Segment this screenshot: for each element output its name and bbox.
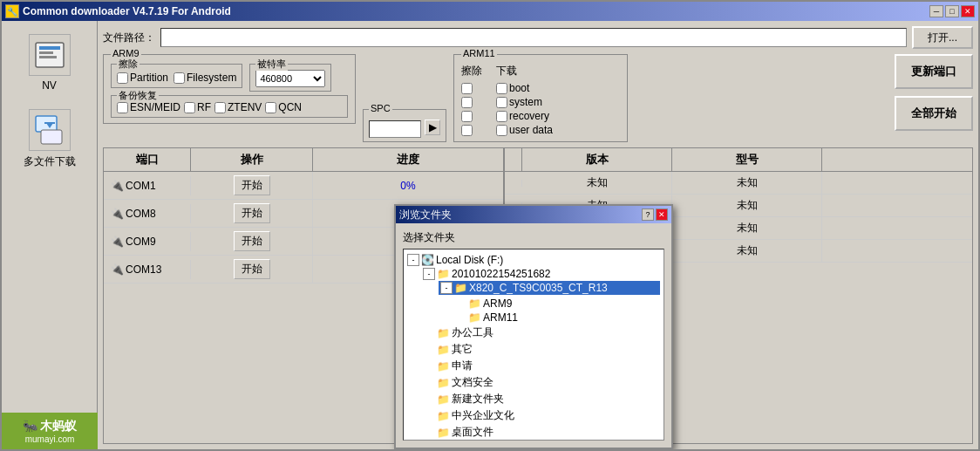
arm11-recovery-erase-cb[interactable] xyxy=(461,111,473,122)
sidebar: NV 多文件下载 xyxy=(2,21,98,449)
com1-start-button[interactable]: 开始 xyxy=(234,175,270,195)
dialog-close-button[interactable]: ✕ xyxy=(656,208,668,221)
window-title: Common downloader V4.7.19 For Android xyxy=(23,5,231,17)
spc-input[interactable] xyxy=(369,120,421,138)
update-port-button[interactable]: 更新端口 xyxy=(895,54,973,89)
tree-node-local-disk: - 💽 Local Disk (F:) xyxy=(407,253,660,267)
td-com1-progress: 0% xyxy=(313,176,503,195)
start-all-button[interactable]: 全部开始 xyxy=(895,96,973,131)
tree-node-arm11: 📁 ARM11 xyxy=(454,311,660,325)
td-r1-version: 未知 xyxy=(522,172,672,194)
table-row: 🔌 COM1 开始 0% xyxy=(104,172,503,200)
arm9-folder[interactable]: 📁 ARM9 xyxy=(468,297,512,310)
ztenv-checkbox-label[interactable]: ZTENV xyxy=(214,101,262,113)
other-folder[interactable]: 📁 其它 xyxy=(437,342,473,357)
expand-x820[interactable]: - xyxy=(440,282,453,294)
qcn-checkbox-label[interactable]: QCN xyxy=(265,101,302,113)
baudrate-select[interactable]: 460800 115200 230400 921600 xyxy=(255,70,325,87)
arm11-system-erase-cb[interactable] xyxy=(461,97,473,108)
partition-checkbox-label[interactable]: Partition xyxy=(117,72,168,84)
dialog-help-button[interactable]: ? xyxy=(642,208,654,221)
svg-rect-1 xyxy=(39,46,60,50)
apply-folder[interactable]: 📁 申请 xyxy=(437,359,473,373)
arm11-system-dl-cb[interactable] xyxy=(496,97,507,108)
local-disk-folder[interactable]: 💽 Local Disk (F:) xyxy=(421,254,503,266)
maximize-button[interactable]: □ xyxy=(945,5,959,17)
arm11-userdata-erase-label[interactable] xyxy=(461,124,479,136)
file-path-row: 文件路径： 打开... xyxy=(103,26,973,49)
docs-folder[interactable]: 📁 文档安全 xyxy=(437,375,493,390)
filesystem-checkbox[interactable] xyxy=(174,72,185,84)
arm11-folder[interactable]: 📁 ARM11 xyxy=(468,311,518,324)
td-com13-port: 🔌 COM13 xyxy=(104,260,191,279)
file-tree[interactable]: - 💽 Local Disk (F:) - 📁 20101022154 xyxy=(403,249,664,441)
date-folder[interactable]: 📁 20101022154251682 xyxy=(437,268,550,280)
com9-start-button[interactable]: 开始 xyxy=(234,231,270,251)
arm11-system-dl-label[interactable]: system xyxy=(496,96,542,108)
baudrate-group: 被特率 460800 115200 230400 921600 xyxy=(249,64,331,92)
arm11-recovery-erase-label[interactable] xyxy=(461,110,479,122)
td-r3c4 xyxy=(822,225,972,232)
arm11-system-erase-label[interactable] xyxy=(461,96,479,108)
th-extra-col1 xyxy=(505,148,522,171)
office-folder[interactable]: 📁 办公工具 xyxy=(437,325,493,340)
arm11-boot-erase-label[interactable] xyxy=(461,82,479,94)
td-r3-model: 未知 xyxy=(672,217,822,239)
qcn-checkbox[interactable] xyxy=(265,102,276,113)
office-folder-label: 办公工具 xyxy=(452,325,493,340)
newdir-folder[interactable]: 📁 新建文件夹 xyxy=(437,392,504,407)
watermark-line2: mumayi.com xyxy=(25,434,75,444)
sidebar-item-nv[interactable]: NV xyxy=(15,30,85,96)
ztenv-checkbox[interactable] xyxy=(214,102,226,113)
arm11-recovery-dl-label[interactable]: recovery xyxy=(496,110,549,122)
com8-start-button[interactable]: 开始 xyxy=(234,203,270,223)
close-button[interactable]: ✕ xyxy=(961,5,975,17)
tree-node-date: - 📁 20101022154251682 xyxy=(423,267,660,281)
td-r1-model: 未知 xyxy=(672,172,822,194)
main-window: 🔧 Common downloader V4.7.19 For Android … xyxy=(0,0,980,451)
title-buttons: ─ □ ✕ xyxy=(929,5,975,17)
com13-start-button[interactable]: 开始 xyxy=(234,259,270,279)
open-button[interactable]: 打开... xyxy=(912,26,973,49)
arm11-folder-label: ARM11 xyxy=(483,311,518,324)
nv-label: NV xyxy=(42,79,57,92)
dialog-label: 选择文件夹 xyxy=(403,230,664,245)
tree-node-selected: - 📁 X820_C_TS9C0035_CT_R13 xyxy=(439,281,660,295)
arm11-userdata-dl-cb[interactable] xyxy=(496,125,507,136)
svg-rect-5 xyxy=(41,130,62,144)
arm11-erase-label: 擦除 xyxy=(461,64,482,79)
rf-checkbox-label[interactable]: RF xyxy=(184,101,211,113)
filesystem-checkbox-label[interactable]: Filesystem xyxy=(174,72,236,84)
dialog-title-bar: 浏览文件夹 ? ✕ xyxy=(396,206,671,223)
sidebar-item-multi-download[interactable]: 多文件下载 xyxy=(15,105,85,174)
minimize-button[interactable]: ─ xyxy=(929,5,943,17)
title-bar: 🔧 Common downloader V4.7.19 For Android … xyxy=(2,2,978,21)
arm11-boot-dl-cb[interactable] xyxy=(496,83,507,94)
rf-checkbox[interactable] xyxy=(184,102,195,113)
arm9-group: ARM9 擦除 Partition xyxy=(103,54,356,124)
tree-children-x820: 📁 ARM9 📁 ARM11 xyxy=(439,297,660,325)
erase-sub-group: 擦除 Partition Filesystem xyxy=(111,64,242,88)
spc-button[interactable]: ▶ xyxy=(425,120,440,135)
arm11-recovery-dl-cb[interactable] xyxy=(496,111,507,122)
esn-checkbox-label[interactable]: ESN/MEID xyxy=(117,101,180,113)
th-version: 版本 xyxy=(522,148,672,171)
partition-checkbox[interactable] xyxy=(117,72,128,84)
arm11-boot-erase-cb[interactable] xyxy=(461,83,473,94)
tree-node-desktop: 📁 桌面文件 xyxy=(423,424,660,441)
arm11-legend: ARM11 xyxy=(461,48,497,58)
arm11-boot-dl-label[interactable]: boot xyxy=(496,82,529,94)
browse-folder-dialog: 浏览文件夹 ? ✕ 选择文件夹 - 💽 Local Disk (F:) xyxy=(394,204,673,449)
esn-checkbox[interactable] xyxy=(117,102,128,113)
file-path-input[interactable] xyxy=(160,28,907,47)
expand-date[interactable]: - xyxy=(423,268,435,280)
arm11-userdata-erase-cb[interactable] xyxy=(461,125,473,136)
folder-icon-desktop: 📁 xyxy=(437,427,450,439)
desktop-folder[interactable]: 📁 桌面文件 xyxy=(437,425,493,440)
tree-node-docs: 📁 文档安全 xyxy=(423,374,660,391)
arm11-userdata-dl-label[interactable]: user data xyxy=(496,124,553,136)
zte-folder[interactable]: 📁 中兴企业文化 xyxy=(437,408,514,423)
apply-folder-label: 申请 xyxy=(452,359,473,373)
arm11-recovery-row: recovery xyxy=(461,110,620,122)
expand-local-disk[interactable]: - xyxy=(407,254,419,266)
